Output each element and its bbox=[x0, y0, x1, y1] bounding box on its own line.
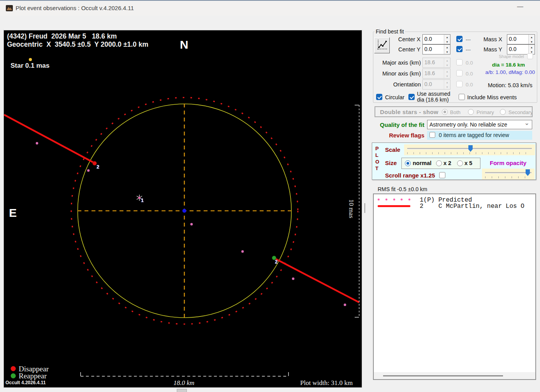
plot-graphics bbox=[4, 30, 362, 387]
center-y-spinner[interactable]: 0.0 ▲ ▼ bbox=[422, 44, 450, 54]
mass-x-spinner[interactable]: 0.0 ▲ ▼ bbox=[507, 34, 535, 44]
quality-of-fit-combobox[interactable]: Astrometry only. No reliable size ⌄ bbox=[427, 120, 532, 129]
spin-up-icon[interactable]: ▲ bbox=[444, 45, 450, 49]
scroll-range-checkbox[interactable] bbox=[439, 172, 445, 178]
spin-up-icon: ▲ bbox=[444, 69, 450, 74]
mass-x-value[interactable]: 0.0 bbox=[507, 35, 528, 44]
star-size-label: Star 0.1 mas bbox=[11, 62, 49, 70]
minor-axis-spin-buttons: ▲ ▼ bbox=[444, 69, 450, 78]
find-best-fit-title: Find best fit bbox=[375, 28, 405, 35]
spin-down-icon[interactable]: ▼ bbox=[444, 39, 450, 44]
use-assumed-dia-label-line2: dia (18.6 km) bbox=[417, 97, 449, 103]
panel-splitter-handle[interactable] bbox=[364, 203, 365, 213]
plot-vertical-word: P L O T bbox=[375, 145, 379, 172]
spin-up-icon[interactable]: ▲ bbox=[444, 35, 450, 39]
center-y-value[interactable]: 0.0 bbox=[423, 45, 444, 54]
review-flags-label: Review flags bbox=[374, 132, 424, 139]
size-radio-group: normal x 2 x 5 bbox=[401, 158, 480, 169]
vertical-scale-label: 10 mas bbox=[347, 199, 355, 218]
spin-down-icon[interactable]: ▼ bbox=[444, 49, 450, 54]
review-flags-value: 0 items are tagged for review bbox=[439, 132, 509, 138]
use-assumed-dia-label-line1: Use assumed bbox=[417, 91, 450, 97]
spin-up-icon[interactable]: ▲ bbox=[529, 35, 535, 39]
spin-down-icon[interactable]: ▼ bbox=[529, 39, 535, 44]
spin-up-icon: ▲ bbox=[444, 80, 450, 84]
form-opacity-slider-track bbox=[485, 172, 531, 174]
circular-label: Circular bbox=[385, 94, 405, 100]
size-x5-radio[interactable] bbox=[457, 160, 463, 166]
disappear-event-dot[interactable] bbox=[93, 161, 97, 165]
mass-x-spin-buttons: ▲ ▼ bbox=[528, 35, 535, 44]
double-stars-group: Double stars - show Both Primary Seconda… bbox=[375, 106, 533, 117]
horizontal-scale-bar bbox=[81, 372, 288, 376]
plot-letter: L bbox=[375, 152, 379, 158]
quality-of-fit-value: Astrometry only. No reliable size bbox=[429, 121, 507, 128]
diameter-label: dia = 18.6 km bbox=[489, 62, 528, 68]
center-x-value[interactable]: 0.0 bbox=[423, 35, 444, 44]
center-x-spinner[interactable]: 0.0 ▲ ▼ bbox=[422, 34, 450, 44]
observed-chord-egress[interactable] bbox=[274, 258, 359, 302]
double-stars-both-radio bbox=[442, 109, 448, 115]
spin-down-icon: ▼ bbox=[444, 84, 450, 89]
center-x-fit-checkbox[interactable] bbox=[456, 36, 463, 42]
form-opacity-slider-ticks bbox=[485, 176, 531, 178]
mass-y-label: Mass Y bbox=[475, 46, 502, 53]
minor-axis-label: Minor axis (km) bbox=[378, 70, 421, 77]
size-normal-radio[interactable] bbox=[405, 160, 411, 166]
shape-model-checkbox bbox=[527, 53, 533, 59]
disappear-marker-number: 2 bbox=[97, 164, 99, 170]
east-label: E bbox=[9, 206, 17, 220]
size-label: Size bbox=[385, 160, 397, 166]
axis-ratio-label: a/b: 1.00, dMag: 0.00 bbox=[484, 69, 535, 75]
mass-x-label: Mass X bbox=[475, 36, 502, 42]
minor-axis-fit-checkbox bbox=[456, 70, 463, 76]
chevron-down-icon[interactable]: ⌄ bbox=[524, 119, 529, 127]
legend-row-label: 2 C McPartlin, near Los O bbox=[420, 203, 524, 210]
include-miss-events-label: Include Miss events bbox=[467, 94, 517, 100]
scale-slider bbox=[404, 144, 535, 155]
use-assumed-dia-checkbox[interactable] bbox=[408, 94, 415, 100]
listbox-scrollbar-thumb[interactable] bbox=[383, 375, 503, 376]
scale-slider-ticks bbox=[407, 152, 532, 154]
observations-listbox[interactable]: 1(P) Predicted 2 C McPartlin, near Los O bbox=[373, 193, 536, 380]
review-flags-checkbox[interactable] bbox=[429, 132, 435, 138]
listbox-horizontal-scrollbar[interactable] bbox=[374, 372, 535, 379]
predicted-chord-dots bbox=[36, 142, 346, 306]
center-y-spin-buttons: ▲ ▼ bbox=[444, 45, 450, 54]
shape-model-label: Shape model bbox=[498, 54, 524, 59]
orientation-value: 0.0 bbox=[423, 80, 444, 89]
include-miss-events-checkbox[interactable] bbox=[459, 94, 465, 100]
size-x2-radio[interactable] bbox=[436, 160, 442, 166]
form-opacity-slider-thumb[interactable] bbox=[526, 169, 530, 176]
bottom-scroll-nub[interactable] bbox=[177, 389, 187, 392]
center-x-spin-buttons: ▲ ▼ bbox=[444, 35, 450, 44]
center-x-lock-label: --- bbox=[466, 37, 471, 42]
spin-up-icon[interactable]: ▲ bbox=[529, 45, 535, 49]
plot-width-label: Plot width: 31.0 km bbox=[298, 379, 353, 387]
plot-control-panel: P L O T Scale Size normal x 2 x 5 Form o… bbox=[372, 142, 536, 180]
app-icon bbox=[6, 5, 13, 11]
observed-chord-ingress[interactable] bbox=[5, 115, 95, 163]
spin-up-icon: ▲ bbox=[444, 58, 450, 63]
major-axis-spin-buttons: ▲ ▼ bbox=[444, 58, 450, 67]
north-label: N bbox=[180, 38, 188, 51]
plot-version-label: Occult 4.2026.4.11 bbox=[5, 380, 46, 385]
major-axis-aux-value: 0.0 bbox=[466, 60, 473, 66]
center-x-label: Center X bbox=[382, 36, 420, 42]
plot-canvas[interactable]: (4342) Freud 2026 Mar 5 18.6 km Geocentr… bbox=[4, 30, 362, 387]
circular-checkbox[interactable] bbox=[376, 94, 382, 100]
reappear-legend-dot bbox=[11, 373, 16, 378]
double-stars-primary-radio bbox=[468, 109, 474, 115]
minor-axis-spinner: 18.6 ▲ ▼ bbox=[422, 69, 450, 79]
center-y-lock-label: --- bbox=[466, 47, 471, 53]
center-y-fit-checkbox[interactable] bbox=[456, 46, 463, 52]
form-opacity-slider bbox=[482, 169, 535, 179]
legend-row-observed[interactable]: 2 C McPartlin, near Los O bbox=[374, 203, 535, 209]
major-axis-spinner: 18.6 ▲ ▼ bbox=[422, 58, 450, 68]
size-normal-label: normal bbox=[413, 160, 431, 166]
double-stars-secondary-radio bbox=[500, 109, 506, 115]
legend-row-predicted[interactable]: 1(P) Predicted bbox=[374, 197, 535, 203]
size-x5-label: x 5 bbox=[464, 160, 472, 166]
mass-y-value[interactable]: 0.0 bbox=[507, 45, 528, 54]
scale-slider-thumb[interactable] bbox=[468, 145, 473, 152]
